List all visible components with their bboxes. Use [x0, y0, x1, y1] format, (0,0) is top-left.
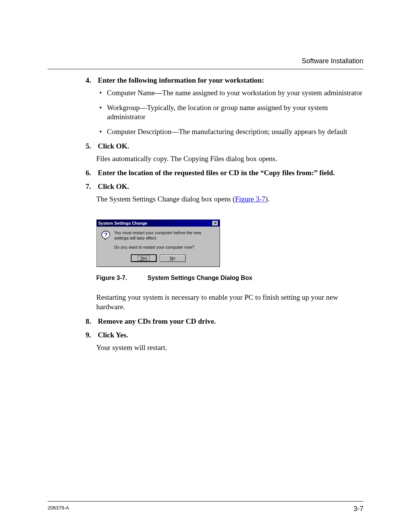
dialog-body: ? You must restart your computer before … — [97, 227, 220, 267]
bullet-item: Computer Description—The manufacturing d… — [96, 127, 363, 137]
step-number: 4. — [86, 76, 96, 85]
yes-button[interactable]: Yes — [131, 254, 157, 262]
bullet-item: Computer Name—The name assigned to your … — [96, 88, 363, 98]
step-body: The System Settings Change dialog box op… — [96, 195, 363, 204]
page: Software Installation 4. Enter the follo… — [0, 0, 411, 532]
header-divider — [48, 69, 363, 69]
footer-divider — [48, 501, 363, 502]
step-body: Files automatically copy. The Copying Fi… — [96, 154, 363, 164]
dialog-figure: System Settings Change ✕ ? You must rest… — [96, 219, 363, 267]
bullet-item: Workgroup—Typically, the location or gro… — [96, 103, 363, 122]
close-icon[interactable]: ✕ — [212, 221, 218, 226]
figure-label: Figure 3-7. — [96, 275, 146, 281]
body-prefix: The System Settings Change dialog box op… — [96, 195, 235, 203]
step-5: 5. Click OK. Files automatically copy. T… — [86, 142, 363, 164]
step-number: 5. — [86, 142, 96, 150]
step-instruction: Enter the following information for your… — [98, 76, 363, 85]
dialog-row: ? You must restart your computer before … — [100, 230, 216, 250]
step-number: 7. — [86, 182, 96, 191]
after-figure-text: Restarting your system is necessary to e… — [96, 293, 363, 312]
step-instruction: Click OK. — [98, 182, 363, 191]
question-icon: ? — [100, 230, 111, 241]
figure-title: System Settings Change Dialog Box — [147, 275, 252, 281]
step-number: 8. — [86, 317, 96, 326]
dialog-message: You must restart your computer before th… — [114, 230, 216, 250]
step-9: 9. Click Yes. Your system will restart. — [86, 331, 363, 353]
page-number: 3-7 — [354, 505, 363, 513]
system-settings-dialog: System Settings Change ✕ ? You must rest… — [96, 219, 220, 267]
step-body: Your system will restart. — [96, 343, 363, 353]
page-footer: 206379-A 3-7 — [48, 505, 363, 513]
step-6: 6. Enter the location of the requested f… — [86, 169, 363, 177]
step-instruction: Click OK. — [98, 142, 363, 150]
no-button[interactable]: No — [160, 254, 186, 262]
dialog-title: System Settings Change — [98, 221, 147, 225]
step-4: 4. Enter the following information for y… — [86, 76, 363, 137]
figure-link[interactable]: Figure 3-7 — [235, 195, 266, 203]
step-8: 8. Remove any CDs from your CD drive. — [86, 317, 363, 326]
body-suffix: ). — [265, 195, 269, 203]
dialog-msg-2: Do you want to restart your computer now… — [114, 245, 216, 250]
svg-text:?: ? — [104, 232, 108, 238]
dialog-msg-1: You must restart your computer before th… — [114, 230, 216, 241]
dialog-button-row: Yes No — [100, 254, 216, 262]
step-number: 9. — [86, 331, 96, 339]
content-body: 4. Enter the following information for y… — [86, 76, 363, 352]
step-instruction: Remove any CDs from your CD drive. — [98, 317, 363, 326]
step-instruction: Enter the location of the requested file… — [98, 169, 363, 177]
step-instruction: Click Yes. — [98, 331, 363, 339]
document-id: 206379-A — [48, 505, 69, 513]
figure-caption: Figure 3-7. System Settings Change Dialo… — [96, 275, 363, 281]
header-section-title: Software Installation — [48, 57, 363, 65]
step-7: 7. Click OK. The System Settings Change … — [86, 182, 363, 204]
step-number: 6. — [86, 169, 96, 177]
dialog-titlebar: System Settings Change ✕ — [97, 220, 220, 227]
bullet-list: Computer Name—The name assigned to your … — [96, 88, 363, 137]
